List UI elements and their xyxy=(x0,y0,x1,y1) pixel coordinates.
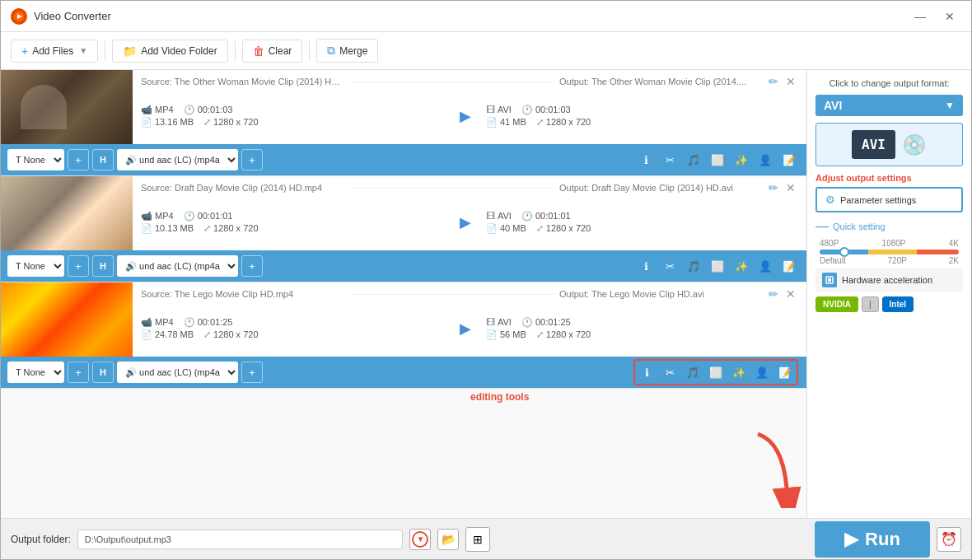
thumbnail-2 xyxy=(1,176,133,250)
out-clock-icon-1: 🕐 xyxy=(521,105,533,115)
add-folder-label: Add Video Folder xyxy=(141,45,217,57)
alarm-button[interactable]: ⏰ xyxy=(937,527,961,552)
edit-output-3[interactable]: ✏ xyxy=(769,287,778,301)
parameter-settings-button[interactable]: ⚙ Parameter settings xyxy=(815,187,963,212)
toolbar-divider-2 xyxy=(235,41,236,61)
close-file-3[interactable]: ✕ xyxy=(783,287,798,301)
cut-btn-2[interactable]: ✂ xyxy=(659,255,680,277)
input-res-1: 1280 x 720 xyxy=(213,117,258,127)
right-panel: Click to change output format: AVI ▼ AVI… xyxy=(806,70,971,518)
close-button[interactable]: ✕ xyxy=(938,8,961,25)
cut-btn-3[interactable]: ✂ xyxy=(659,362,680,383)
control-row-3-wrap: T None + H 🔊 und aac (LC) (mp4a + ℹ ✂ 🎵 … xyxy=(1,357,806,388)
out-res-icon-2: ⤢ xyxy=(536,223,544,234)
h-btn-1[interactable]: H xyxy=(92,149,114,170)
run-button[interactable]: ▶ Run xyxy=(815,521,930,558)
format-selector[interactable]: AVI ▼ xyxy=(815,95,963,116)
run-label: Run xyxy=(865,529,900,550)
watermark-btn-3[interactable]: 👤 xyxy=(751,362,773,383)
input-details-2: 📹MP4 🕐00:01:01 📄10.13 MB ⤢1280 x 720 xyxy=(141,211,453,234)
edit-output-1[interactable]: ✏ xyxy=(769,75,778,88)
cut-btn-1[interactable]: ✂ xyxy=(659,149,680,170)
out-clock-icon-2: 🕐 xyxy=(521,211,533,222)
h-btn-3[interactable]: H xyxy=(92,362,114,383)
input-size-2: 10.13 MB xyxy=(155,223,194,233)
clock-icon-1: 🕐 xyxy=(184,105,195,115)
quality-labels-bottom: Default 720P 2K xyxy=(820,256,959,265)
output-size-1: 41 MB xyxy=(500,117,526,127)
quick-setting-text: Quick setting xyxy=(833,222,886,231)
info-btn-2[interactable]: ℹ xyxy=(635,255,657,277)
audio-select-3[interactable]: 🔊 und aac (LC) (mp4a xyxy=(117,362,238,383)
res-icon-2: ⤢ xyxy=(203,223,211,234)
edit-output-2[interactable]: ✏ xyxy=(769,181,778,194)
quick-setting-dash: — xyxy=(815,219,829,234)
add-subtitle-2[interactable]: + xyxy=(68,255,89,277)
format-icon-1: 📹 xyxy=(141,105,152,115)
quality-slider-track[interactable] xyxy=(820,250,959,254)
info-btn-1[interactable]: ℹ xyxy=(635,149,657,170)
add-files-button[interactable]: + Add Files ▼ xyxy=(11,40,98,63)
hw-label: Hardware acceleration xyxy=(842,275,932,285)
crop-btn-1[interactable]: ⬜ xyxy=(707,149,728,170)
effect-btn-2[interactable]: ✨ xyxy=(731,255,752,277)
add-audio-1[interactable]: + xyxy=(241,149,263,170)
format-icon-2: 📹 xyxy=(141,211,152,222)
subtitle-btn-2[interactable]: 📝 xyxy=(778,255,800,277)
format-name: AVI xyxy=(824,99,842,112)
close-file-1[interactable]: ✕ xyxy=(783,74,798,89)
font-select-3[interactable]: T None xyxy=(7,362,64,383)
merge-label: Merge xyxy=(339,45,367,57)
svg-rect-3 xyxy=(828,278,831,282)
merge-button[interactable]: ⧉ Merge xyxy=(316,39,378,63)
audio-btn-2[interactable]: 🎵 xyxy=(683,255,704,277)
nvidia-badge[interactable]: NVIDIA xyxy=(815,296,858,312)
subtitle-btn-1[interactable]: 📝 xyxy=(778,149,800,170)
font-select-1[interactable]: T None xyxy=(7,149,64,170)
format-preview: AVI 💿 xyxy=(815,123,963,166)
app-icon xyxy=(11,8,27,25)
watermark-btn-2[interactable]: 👤 xyxy=(755,255,776,277)
input-details-1: 📹MP4 🕐00:01:03 📄13.16 MB ⤢1280 x 720 xyxy=(141,105,453,128)
preview-button[interactable]: ⊞ xyxy=(465,527,490,552)
audio-btn-1[interactable]: 🎵 xyxy=(683,149,704,170)
output-dropdown-button[interactable]: ▼ xyxy=(409,529,431,550)
output-folder-button[interactable]: 📂 xyxy=(437,529,459,550)
subtitle-btn-3[interactable]: 📝 xyxy=(774,362,796,383)
label-1080p: 1080P xyxy=(882,239,906,248)
clock-icon-2: 🕐 xyxy=(184,211,195,222)
audio-select-1[interactable]: 🔊 und aac (LC) (mp4a xyxy=(117,149,238,170)
info-btn-3[interactable]: ℹ xyxy=(636,362,657,383)
input-format-2: MP4 xyxy=(155,211,174,221)
close-file-2[interactable]: ✕ xyxy=(783,180,798,195)
minimize-button[interactable]: — xyxy=(909,8,932,25)
control-row-2: T None + H 🔊 und aac (LC) (mp4a + ℹ ✂ 🎵 … xyxy=(1,250,806,282)
add-subtitle-3[interactable]: + xyxy=(68,362,89,383)
h-btn-2[interactable]: H xyxy=(92,255,114,277)
output-path-input[interactable] xyxy=(77,530,404,549)
quality-slider-thumb[interactable] xyxy=(839,247,849,257)
effect-btn-3[interactable]: ✨ xyxy=(728,362,750,383)
add-folder-button[interactable]: 📁 Add Video Folder xyxy=(112,40,228,63)
crop-btn-2[interactable]: ⬜ xyxy=(707,255,728,277)
watermark-btn-1[interactable]: 👤 xyxy=(755,149,776,170)
audio-btn-3[interactable]: 🎵 xyxy=(682,362,703,383)
add-files-arrow: ▼ xyxy=(79,46,87,55)
crop-btn-3[interactable]: ⬜ xyxy=(705,362,727,383)
dropdown-circle-icon: ▼ xyxy=(412,531,428,548)
hardware-acceleration[interactable]: Hardware acceleration xyxy=(815,268,963,292)
clear-button[interactable]: 🗑 Clear xyxy=(242,40,303,63)
effect-btn-1[interactable]: ✨ xyxy=(731,149,752,170)
audio-select-2[interactable]: 🔊 und aac (LC) (mp4a xyxy=(117,255,238,277)
file-item-3: Source: The Lego Movie Clip HD.mp4 Outpu… xyxy=(1,282,806,389)
output-format-1: AVI xyxy=(498,105,512,114)
arrow-connector-3: ▶ xyxy=(453,320,478,338)
add-subtitle-1[interactable]: + xyxy=(68,149,89,170)
output-size-3: 56 MB xyxy=(500,329,526,339)
add-audio-3[interactable]: + xyxy=(241,362,263,383)
intel-badge[interactable]: Intel xyxy=(882,296,914,312)
add-audio-2[interactable]: + xyxy=(241,255,263,277)
font-select-2[interactable]: T None xyxy=(7,255,64,277)
out-format-icon-3: 🎞 xyxy=(486,317,495,327)
out-res-icon-1: ⤢ xyxy=(536,117,544,128)
